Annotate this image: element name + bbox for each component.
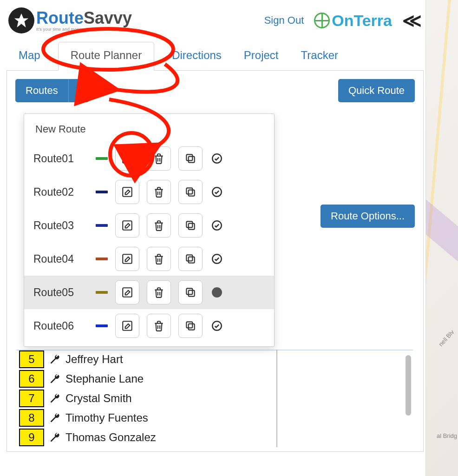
delete-route-button[interactable] [147,146,171,171]
select-route-toggle[interactable] [210,252,224,266]
wrench-icon [49,353,61,365]
route-color-swatch [96,157,108,160]
stop-row[interactable]: 8 Timothy Fuentes [19,408,273,428]
scrollbar-thumb[interactable] [406,355,411,416]
route-color-swatch [96,324,108,327]
new-route-item[interactable]: New Route [24,121,274,142]
tab-project[interactable]: Project [239,42,283,70]
map-road-label: nell Blv [437,329,455,348]
routes-dropdown-menu: New Route Route01 Route02 Route03 Route0… [24,113,275,347]
select-route-toggle[interactable] [210,218,224,232]
select-route-toggle[interactable] [210,152,224,165]
stop-number-badge: 7 [19,390,44,407]
stop-name-label: Thomas Gonzalez [65,431,156,444]
tab-map[interactable]: Map [14,42,45,70]
duplicate-route-button[interactable] [178,280,203,304]
onterra-label: OnTerra [332,12,392,30]
stop-number-badge: 5 [19,350,44,368]
stops-list: 5 Jeffrey Hart 6 Stephanie Lane 7 Crysta… [19,350,277,447]
quick-route-button[interactable]: Quick Route [338,79,415,102]
map-road-label: al Bridg [437,432,457,439]
stop-name-label: Crystal Smith [65,392,132,405]
route-name-label: Route03 [33,219,88,232]
route-row[interactable]: Route04 [24,242,274,276]
stop-name-label: Jeffrey Hart [65,353,123,366]
wrench-icon [49,392,61,404]
stop-row[interactable]: 9 Thomas Gonzalez [19,428,273,447]
stop-name-label: Timothy Fuentes [65,411,148,424]
brand-logo-block: RouteSavvy It's your time and money. Mak… [8,7,132,33]
delete-route-button[interactable] [147,280,171,304]
brand-tagline: It's your time and money. Make the most … [36,27,132,32]
duplicate-route-button[interactable] [178,180,203,204]
route-color-swatch [96,258,108,260]
route-row[interactable]: Route06 [24,309,274,343]
tab-route-planner[interactable]: Route Planner [58,42,154,71]
delete-route-button[interactable] [147,180,171,204]
duplicate-route-button[interactable] [178,146,203,171]
tab-tracker[interactable]: Tracker [296,42,343,70]
delete-route-button[interactable] [147,213,171,238]
duplicate-route-button[interactable] [178,213,203,238]
delete-route-button[interactable] [147,314,171,338]
edit-route-button[interactable] [115,247,139,271]
route-name-label: Route05 [33,286,88,299]
routes-dropdown-button[interactable]: Routes [15,79,89,102]
route-name-label: Route01 [33,152,88,165]
stop-name-label: Stephanie Lane [65,372,144,385]
tab-directions[interactable]: Directions [167,42,226,70]
route-row[interactable]: Route02 [24,175,274,209]
sign-out-link[interactable]: Sign Out [264,14,304,26]
route-row[interactable]: Route05 [24,276,274,309]
wrench-icon [49,431,61,443]
route-name-label: Route02 [33,186,88,198]
route-color-swatch [96,191,108,193]
duplicate-route-button[interactable] [178,247,203,271]
route-color-swatch [96,291,108,294]
route-options-button[interactable]: Route Options... [321,205,415,228]
stop-number-badge: 8 [19,409,44,427]
route-color-swatch [96,224,108,227]
route-name-label: Route04 [33,253,88,265]
select-route-toggle[interactable] [210,285,224,299]
stop-row[interactable]: 5 Jeffrey Hart [19,350,273,369]
caret-down-icon [76,89,82,93]
brand-name: RouteSavvy [36,10,132,26]
main-tabs: Map Route Planner Directions Project Tra… [7,42,424,71]
select-route-toggle[interactable] [210,185,224,199]
map-background: nell Blv al Bridg [425,0,458,476]
route-row[interactable]: Route03 [24,209,274,242]
delete-route-button[interactable] [147,247,171,271]
edit-route-button[interactable] [115,146,139,171]
globe-icon [314,13,330,28]
edit-route-button[interactable] [115,280,139,304]
stop-number-badge: 6 [19,370,44,388]
stop-row[interactable]: 7 Crystal Smith [19,389,273,408]
stop-row[interactable]: 6 Stephanie Lane [19,369,273,389]
routes-caret-button[interactable] [68,79,89,102]
route-name-label: Route06 [33,320,88,332]
edit-route-button[interactable] [115,180,139,204]
onterra-brand[interactable]: OnTerra [314,12,392,30]
collapse-panel-icon[interactable]: ≪ [402,10,422,31]
routesavvy-logo-icon [8,7,34,33]
duplicate-route-button[interactable] [178,314,203,338]
wrench-icon [49,373,61,385]
edit-route-button[interactable] [115,213,139,238]
route-row[interactable]: Route01 [24,142,274,175]
select-route-toggle[interactable] [210,319,224,333]
edit-route-button[interactable] [115,314,139,338]
stop-number-badge: 9 [19,429,44,446]
wrench-icon [49,412,61,424]
routes-button-label[interactable]: Routes [15,79,68,102]
